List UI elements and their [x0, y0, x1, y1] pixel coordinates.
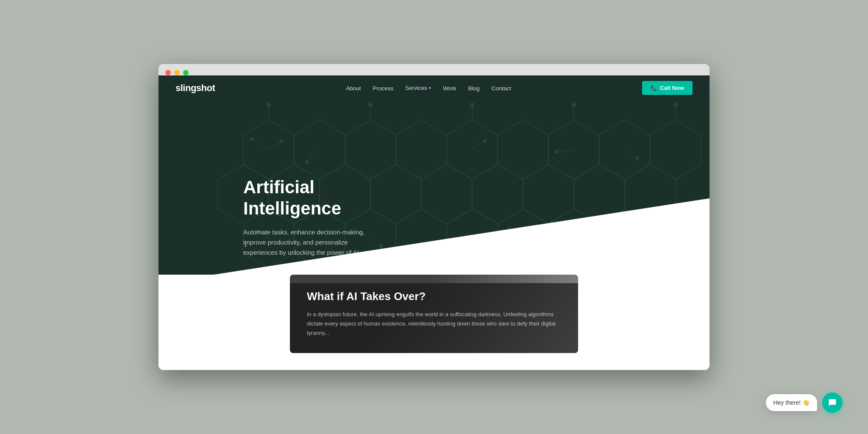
chat-bubble: Hey there! 👋 — [766, 394, 817, 411]
chat-open-button[interactable] — [822, 392, 843, 413]
maximize-button[interactable] — [183, 70, 189, 75]
svg-line-33 — [311, 150, 320, 156]
svg-line-38 — [561, 150, 574, 152]
close-button[interactable] — [165, 70, 171, 75]
svg-point-25 — [572, 103, 576, 107]
browser-content: slingshot About Process Services Work Bl… — [159, 75, 709, 370]
white-section: What if AI Takes Over? In a dystopian fu… — [159, 275, 709, 370]
article-card-content: What if AI Takes Over? In a dystopian fu… — [290, 275, 578, 353]
call-now-button[interactable]: 📞 Call Now — [642, 81, 693, 95]
hero-title: Artificial Intelligence — [243, 177, 370, 220]
svg-point-35 — [305, 161, 309, 164]
nav-blog[interactable]: Blog — [468, 85, 479, 92]
browser-chrome — [159, 64, 709, 75]
svg-point-19 — [267, 103, 271, 107]
nav-work[interactable]: Work — [443, 85, 456, 92]
article-title: What if AI Takes Over? — [307, 290, 561, 303]
svg-point-23 — [470, 103, 474, 107]
svg-line-36 — [472, 143, 481, 150]
nav-services[interactable]: Services — [405, 85, 431, 91]
svg-marker-5 — [498, 120, 548, 179]
minimize-button[interactable] — [174, 70, 180, 75]
nav-process[interactable]: Process — [373, 85, 394, 92]
svg-point-41 — [636, 156, 639, 160]
navbar: slingshot About Process Services Work Bl… — [159, 75, 709, 101]
traffic-lights — [165, 70, 703, 75]
chat-icon — [828, 398, 837, 407]
svg-marker-3 — [396, 120, 447, 179]
call-now-label: Call Now — [660, 85, 684, 91]
svg-point-30 — [250, 137, 253, 141]
svg-point-37 — [483, 139, 487, 143]
hero-subtitle: Automate tasks, enhance decision-making,… — [243, 227, 370, 258]
nav-contact[interactable]: Contact — [491, 85, 511, 92]
nav-links: About Process Services Work Blog Contact — [346, 84, 511, 92]
svg-point-21 — [368, 103, 373, 107]
scroll-arrow[interactable]: ↓ — [243, 238, 248, 249]
svg-marker-8 — [650, 120, 701, 179]
svg-point-32 — [280, 139, 283, 143]
chat-widget: Hey there! 👋 — [766, 392, 843, 413]
svg-point-27 — [673, 103, 678, 107]
phone-icon: 📞 — [651, 85, 657, 91]
site-logo[interactable]: slingshot — [175, 83, 215, 94]
svg-line-28 — [256, 141, 269, 150]
article-card: What if AI Takes Over? In a dystopian fu… — [290, 275, 578, 353]
hero-section: Artificial Intelligence Automate tasks, … — [159, 101, 709, 283]
svg-line-40 — [625, 150, 633, 156]
browser-window: slingshot About Process Services Work Bl… — [159, 64, 709, 370]
hero-content: Artificial Intelligence Automate tasks, … — [159, 177, 455, 258]
nav-about[interactable]: About — [346, 85, 361, 92]
svg-marker-2 — [345, 120, 396, 179]
article-excerpt: In a dystopian future, the AI uprising e… — [307, 310, 561, 338]
svg-point-39 — [555, 150, 559, 153]
svg-line-31 — [269, 141, 281, 150]
